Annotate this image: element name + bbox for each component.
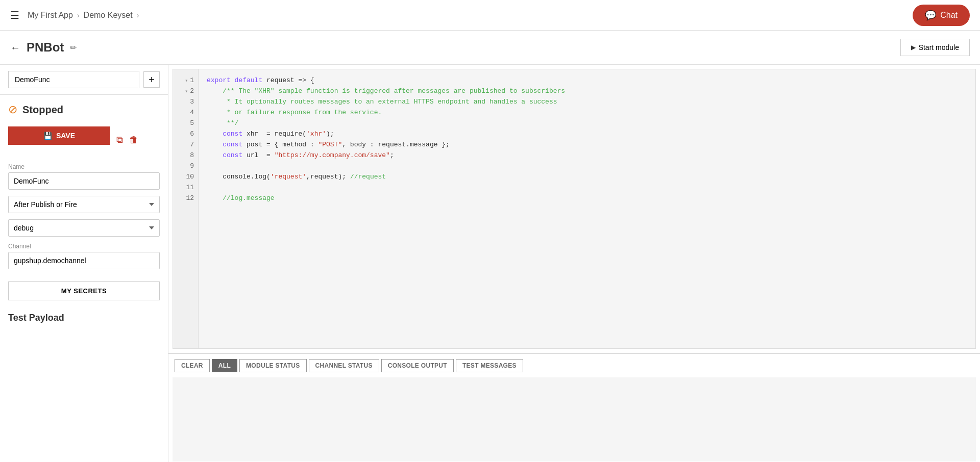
- code-line: const post = { method : "POST", body : r…: [207, 140, 967, 150]
- code-line: const url = "https://my.company.com/save…: [207, 150, 967, 161]
- code-token: * or failure response from the service.: [207, 109, 382, 116]
- channel-field-wrapper: Channel: [8, 243, 160, 269]
- breadcrumb-chevron-2: ›: [137, 11, 139, 19]
- line-num: 11: [186, 183, 194, 193]
- breadcrumb-chevron-1: ›: [77, 11, 80, 19]
- all-tab[interactable]: ALL: [212, 359, 237, 372]
- line-number: 8: [177, 150, 194, 161]
- top-nav: ☰ My First App › Demo Keyset › 💬 Chat: [0, 0, 980, 31]
- func-selector-row: DemoFunc +: [0, 65, 168, 95]
- code-token: **/: [207, 119, 238, 127]
- sidebar: DemoFunc + ⊘ Stopped 💾 SAVE ⧉ 🗑: [0, 65, 168, 462]
- code-token: ,request);: [306, 173, 350, 181]
- line-num: 4: [190, 108, 194, 118]
- code-line: [207, 183, 967, 193]
- channel-input[interactable]: [8, 252, 160, 269]
- main-layout: DemoFunc + ⊘ Stopped 💾 SAVE ⧉ 🗑: [0, 65, 980, 462]
- func-selector[interactable]: DemoFunc: [8, 71, 139, 88]
- console-tabs: CLEAR ALL MODULE STATUS CHANNEL STATUS C…: [168, 354, 980, 377]
- code-token: //log.message: [207, 194, 275, 202]
- channel-status-tab[interactable]: CHANNEL STATUS: [309, 359, 379, 372]
- code-line: * It optionally routes messages to an ex…: [207, 97, 967, 108]
- my-secrets-button[interactable]: MY SECRETS: [8, 281, 160, 300]
- code-line: console.log('request',request); //reques…: [207, 172, 967, 183]
- code-line: const xhr = require('xhr');: [207, 129, 967, 140]
- line-number: 9: [177, 161, 194, 172]
- save-row: 💾 SAVE ⧉ 🗑: [8, 126, 160, 153]
- code-line: /** The "XHR" sample function is trigger…: [207, 86, 967, 97]
- code-token: "https://my.company.com/save": [275, 151, 390, 159]
- line-number: 12: [177, 193, 194, 204]
- code-token: const: [207, 141, 247, 148]
- action-icons: ⧉ 🗑: [116, 135, 138, 145]
- line-num: 6: [190, 129, 194, 140]
- console-output-tab[interactable]: CONSOLE OUTPUT: [381, 359, 454, 372]
- line-number: 5: [177, 118, 194, 129]
- save-icon: 💾: [43, 132, 52, 140]
- keyset-name[interactable]: Demo Keyset: [84, 11, 133, 20]
- save-button[interactable]: 💾 SAVE: [8, 126, 110, 145]
- test-messages-tab[interactable]: TEST MESSAGES: [456, 359, 523, 372]
- line-number: 10: [177, 172, 194, 183]
- code-editor[interactable]: ▾ 1 ▾ 2 3 4 5 6 7 8 9 10 11 12 export de…: [173, 69, 976, 349]
- line-number: 7: [177, 140, 194, 150]
- code-line: //log.message: [207, 193, 967, 204]
- log-level-wrapper: debug info warn error: [8, 219, 160, 237]
- code-editor-container: ▾ 1 ▾ 2 3 4 5 6 7 8 9 10 11 12 export de…: [168, 65, 980, 353]
- code-token: * It optionally routes messages to an ex…: [207, 98, 557, 106]
- line-num: 3: [190, 97, 194, 108]
- clear-tab[interactable]: CLEAR: [175, 359, 210, 372]
- code-token: post = { method :: [247, 141, 318, 148]
- edit-icon[interactable]: ✏: [70, 43, 77, 53]
- name-label: Name: [8, 163, 160, 170]
- code-token: const: [207, 130, 247, 138]
- code-token: //request: [350, 173, 386, 181]
- line-num: 9: [190, 161, 194, 172]
- chat-icon: 💬: [925, 10, 936, 21]
- line-num: 2: [190, 86, 194, 97]
- play-icon: ▶: [911, 44, 916, 51]
- code-line: **/: [207, 118, 967, 129]
- chat-label: Chat: [940, 11, 958, 20]
- line-numbers: ▾ 1 ▾ 2 3 4 5 6 7 8 9 10 11 12: [173, 69, 199, 348]
- add-func-button[interactable]: +: [143, 71, 160, 88]
- app-name[interactable]: My First App: [28, 11, 73, 20]
- line-num: 5: [190, 118, 194, 129]
- log-level-select[interactable]: debug info warn error: [8, 219, 160, 237]
- start-module-button[interactable]: ▶ Start module: [900, 39, 970, 56]
- line-arrow: ▾: [185, 88, 188, 96]
- code-token: url =: [247, 151, 275, 159]
- code-line: * or failure response from the service.: [207, 108, 967, 118]
- chat-button[interactable]: 💬 Chat: [913, 5, 970, 26]
- save-label: SAVE: [56, 132, 75, 140]
- console-area: CLEAR ALL MODULE STATUS CHANNEL STATUS C…: [168, 353, 980, 462]
- line-num: 1: [190, 75, 194, 86]
- line-number: 11: [177, 183, 194, 193]
- code-token: 'request': [271, 173, 306, 181]
- code-content[interactable]: export default request => { /** The "XHR…: [199, 69, 975, 348]
- right-panel: ▾ 1 ▾ 2 3 4 5 6 7 8 9 10 11 12 export de…: [168, 65, 980, 462]
- line-number: 4: [177, 108, 194, 118]
- line-number: 3: [177, 97, 194, 108]
- back-arrow-icon[interactable]: ←: [10, 42, 20, 54]
- line-num: 7: [190, 140, 194, 150]
- line-num: 8: [190, 150, 194, 161]
- module-title: PNBot: [27, 40, 64, 55]
- status-icon: ⊘: [8, 103, 17, 116]
- code-token: "POST": [318, 141, 342, 148]
- code-token: 'xhr': [306, 130, 326, 138]
- status-text: Stopped: [22, 104, 63, 116]
- hamburger-menu[interactable]: ☰: [10, 9, 19, 21]
- code-token: xhr = require(: [247, 130, 306, 138]
- line-arrow: ▾: [185, 77, 188, 85]
- module-status-tab[interactable]: MODULE STATUS: [239, 359, 306, 372]
- copy-icon[interactable]: ⧉: [116, 135, 123, 145]
- line-num: 12: [186, 193, 194, 204]
- code-token: , body : request.message };: [342, 141, 450, 148]
- name-input[interactable]: [8, 172, 160, 190]
- code-token: => {: [295, 76, 314, 84]
- delete-icon[interactable]: 🗑: [129, 135, 138, 145]
- code-line: [207, 161, 967, 172]
- line-number: 6: [177, 129, 194, 140]
- event-select[interactable]: After Publish or Fire Before Publish or …: [8, 196, 160, 213]
